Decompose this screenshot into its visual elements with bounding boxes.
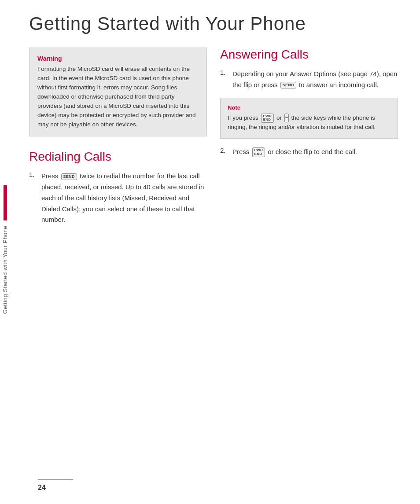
- answering-calls-section: Answering Calls 1. Depending on your Ans…: [220, 48, 398, 158]
- two-column-layout: Warning Formatting the MicroSD card will…: [29, 48, 398, 231]
- note-or-text: or: [276, 114, 282, 121]
- pwr-end-key-note: PWREND: [261, 114, 274, 123]
- note-box: Note If you press PWREND or the side key…: [220, 98, 398, 139]
- answering-calls-item1: 1. Depending on your Answer Options (see…: [220, 69, 398, 91]
- page-title: Getting Started with Your Phone: [29, 13, 398, 34]
- page-container: Getting Started with Your Phone Getting …: [0, 0, 420, 504]
- answering-item2-text-after: or close the flip to end the call.: [268, 148, 357, 155]
- bottom-divider: [38, 479, 73, 480]
- sidebar-red-bar: [4, 185, 7, 220]
- answering-item1-number: 1.: [220, 69, 230, 91]
- warning-title: Warning: [37, 55, 199, 62]
- note-text: If you press PWREND or the side keys whi…: [228, 114, 391, 132]
- send-key-redialing: SEND: [61, 173, 77, 180]
- sidebar-label-wrapper: Getting Started with Your Phone: [0, 185, 10, 319]
- answering-calls-item2: 2. Press PWREND or close the flip to end…: [220, 147, 398, 158]
- side-key-icon: [284, 114, 289, 122]
- right-column: Answering Calls 1. Depending on your Ans…: [220, 48, 398, 231]
- left-column: Warning Formatting the MicroSD card will…: [29, 48, 207, 231]
- redialing-calls-heading: Redialing Calls: [29, 150, 207, 164]
- answering-item1-text: Depending on your Answer Options (see pa…: [232, 69, 398, 91]
- note-text-before: If you press: [228, 114, 258, 121]
- redialing-calls-item1: 1. Press SEND twice to redial the number…: [29, 171, 207, 225]
- answering-item2-text-before: Press: [232, 148, 249, 155]
- warning-box: Warning Formatting the MicroSD card will…: [29, 48, 207, 136]
- answering-item2-number: 2.: [220, 147, 230, 158]
- redialing-item1-text: Press SEND twice to redial the number fo…: [41, 171, 207, 225]
- page-number: 24: [38, 484, 46, 492]
- sidebar-tab: Getting Started with Your Phone: [0, 0, 16, 504]
- pwr-end-key-item2: PWREND: [252, 147, 265, 157]
- redialing-item1-number: 1.: [29, 171, 39, 225]
- warning-text: Formatting the MicroSD card will erase a…: [37, 65, 199, 129]
- note-title: Note: [228, 104, 391, 111]
- main-content: Getting Started with Your Phone Warning …: [16, 0, 420, 504]
- redialing-item1-text-before: Press: [41, 172, 58, 180]
- sidebar-label: Getting Started with Your Phone: [0, 220, 10, 319]
- answering-item2-text: Press PWREND or close the flip to end th…: [232, 147, 357, 158]
- answering-calls-heading: Answering Calls: [220, 48, 398, 62]
- send-key-answering: SEND: [280, 82, 296, 88]
- answering-item1-text2: to answer an incoming call.: [299, 81, 379, 88]
- redialing-calls-section: Redialing Calls 1. Press SEND twice to r…: [29, 150, 207, 225]
